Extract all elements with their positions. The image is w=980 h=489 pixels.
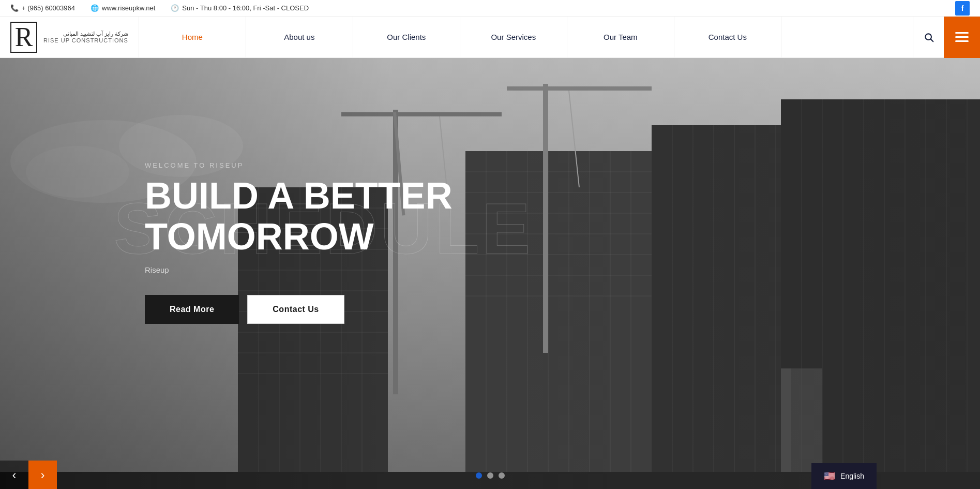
phone-icon: 📞 <box>10 4 19 12</box>
nav-item-home[interactable]: Home <box>139 17 246 57</box>
navbar: R شركة رايز آب لتشييد المباني RISE UP CO… <box>0 17 980 58</box>
nav-item-clients[interactable]: Our Clients <box>353 17 460 57</box>
logo-letter: R <box>10 22 37 53</box>
language-selector[interactable]: 🇺🇸 English <box>811 463 877 489</box>
hero-section: SCHEDULE WELCOME TO RISEUP BUILD A BETTE… <box>0 58 980 489</box>
hero-buttons: Read More Contact Us <box>145 295 453 324</box>
slide-dot-3[interactable] <box>499 472 505 479</box>
nav-item-about[interactable]: About us <box>246 17 353 57</box>
slide-dot-1[interactable] <box>476 472 482 479</box>
hamburger-line-2 <box>955 36 969 38</box>
nav-item-contact[interactable]: Contact Us <box>674 17 781 57</box>
facebook-icon: f <box>961 4 964 12</box>
contact-us-button[interactable]: Contact Us <box>247 295 344 324</box>
svg-line-1 <box>930 39 933 41</box>
topbar-hours: 🕐 Sun - Thu 8:00 - 16:00, Fri -Sat - CLO… <box>171 4 309 12</box>
chevron-right-icon: › <box>41 468 45 482</box>
hamburger-line-1 <box>955 32 969 34</box>
language-label: English <box>840 472 864 480</box>
hamburger-line-3 <box>955 40 969 42</box>
hero-title-line2: TOMORROW <box>145 216 374 257</box>
topbar-hours-text: Sun - Thu 8:00 - 16:00, Fri -Sat - CLOSE… <box>182 4 309 12</box>
navbar-logo[interactable]: R شركة رايز آب لتشييد المباني RISE UP CO… <box>0 17 139 57</box>
hero-title: BUILD A BETTER TOMORROW <box>145 175 453 257</box>
hero-title-line1: BUILD A BETTER <box>145 175 453 216</box>
search-icon <box>924 32 934 42</box>
hamburger-menu-button[interactable] <box>944 17 980 58</box>
nav-items: Home About us Our Clients Our Services O… <box>139 17 913 57</box>
globe-icon: 🌐 <box>91 4 99 12</box>
hero-content: SCHEDULE WELCOME TO RISEUP BUILD A BETTE… <box>145 161 453 324</box>
hero-welcome: WELCOME TO RISEUP <box>145 161 453 169</box>
topbar: 📞 + (965) 60003964 🌐 www.riseupkw.net 🕐 … <box>0 0 980 17</box>
clock-icon: 🕐 <box>171 4 179 12</box>
nav-item-services[interactable]: Our Services <box>460 17 567 57</box>
facebook-link[interactable]: f <box>955 1 970 16</box>
logo-arabic: شركة رايز آب لتشييد المباني <box>43 31 128 37</box>
slide-dots <box>476 472 505 479</box>
nav-item-team[interactable]: Our Team <box>567 17 674 57</box>
slide-dot-2[interactable] <box>487 472 493 479</box>
slide-prev-button[interactable]: ‹ <box>0 461 28 489</box>
hero-subtitle: Riseup <box>145 265 453 274</box>
search-button[interactable] <box>913 17 944 58</box>
topbar-website[interactable]: 🌐 www.riseupkw.net <box>91 4 155 12</box>
slide-next-button[interactable]: › <box>28 461 57 489</box>
topbar-phone[interactable]: 📞 + (965) 60003964 <box>10 4 75 12</box>
topbar-phone-text: + (965) 60003964 <box>22 4 75 12</box>
topbar-website-text: www.riseupkw.net <box>102 4 155 12</box>
chevron-left-icon: ‹ <box>12 468 17 482</box>
nav-icons <box>913 17 980 57</box>
logo-english: RISE UP CONSTRUCTIONS <box>43 37 128 43</box>
read-more-button[interactable]: Read More <box>145 295 239 324</box>
flag-icon: 🇺🇸 <box>824 470 835 482</box>
